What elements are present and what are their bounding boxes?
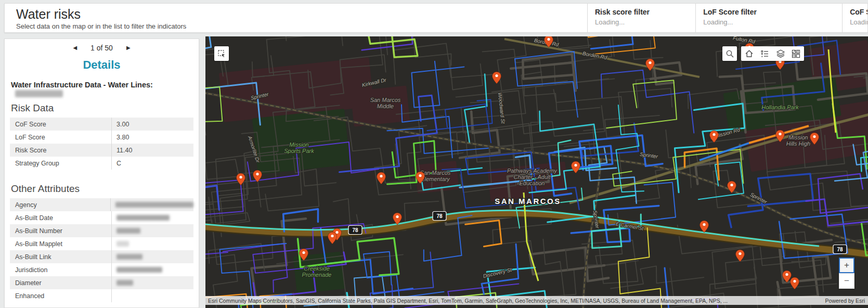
- feature-title-label: Water Infrastructure Data - Water Lines:: [11, 81, 153, 89]
- map-search-button[interactable]: [722, 46, 737, 61]
- cof-score-filter-widget[interactable]: CoF Score filter Loading...: [842, 4, 867, 32]
- table-row: As-Built Date: [10, 211, 193, 224]
- row-label: As-Built Date: [10, 211, 111, 224]
- row-value: [111, 224, 193, 237]
- row-value: [111, 263, 193, 276]
- table-row: Diameter: [10, 276, 193, 289]
- row-value: [110, 198, 193, 211]
- highway-78-shield: 78: [348, 226, 362, 235]
- filter-label: Risk score filter: [595, 8, 695, 16]
- map-attribution-bar: Esri Community Maps Contributors, SanGIS…: [205, 296, 868, 305]
- table-row: Enhanced: [10, 289, 193, 302]
- table-row: As-Built Link: [10, 250, 193, 263]
- risk-data-heading: Risk Data: [10, 102, 193, 114]
- row-value: 3.80: [111, 131, 193, 144]
- row-label: Jurisdiction: [10, 263, 111, 276]
- home-button[interactable]: [741, 46, 757, 61]
- table-row: CoF Score 3.00: [10, 118, 193, 131]
- row-label: LoF Score: [10, 131, 111, 144]
- row-value: [111, 289, 193, 302]
- select-by-rectangle-button[interactable]: [214, 46, 229, 61]
- table-row: As-Built Mapplet: [10, 237, 193, 250]
- table-row: Agency: [10, 198, 193, 211]
- risk-score-filter-widget[interactable]: Risk score filter Loading...: [587, 4, 695, 32]
- pagination: ◀ 1 of 50 ▶: [10, 44, 193, 52]
- map-label: CreeksidePromenade: [302, 265, 332, 278]
- layers-button[interactable]: [773, 46, 788, 61]
- lof-score-filter-widget[interactable]: LoF Score filter Loading...: [695, 4, 842, 32]
- other-attributes-heading: Other Attributes: [10, 183, 193, 195]
- row-value: [111, 250, 193, 263]
- pagination-next-button[interactable]: ▶: [126, 45, 131, 50]
- map-canvas[interactable]: SprinterSprinterSprinterSprinterE Missio…: [205, 36, 868, 308]
- map-label: SAN MARCOS: [495, 197, 561, 206]
- table-row: Jurisdiction: [10, 263, 193, 276]
- map-widget[interactable]: SprinterSprinterSprinterSprinterE Missio…: [205, 36, 868, 308]
- page-subtitle: Select data on the map or in the list to…: [16, 22, 587, 30]
- legend-list-icon: [760, 49, 769, 58]
- redacted-value: [116, 267, 162, 273]
- row-value: [111, 276, 193, 289]
- filter-loading-status: Loading...: [850, 18, 867, 26]
- legend-button[interactable]: [757, 46, 772, 61]
- row-label: As-Built Number: [10, 224, 111, 237]
- row-label: Agency: [10, 198, 110, 211]
- table-row: As-Built Number: [10, 224, 193, 237]
- search-icon: [726, 49, 734, 58]
- map-toolbar: [741, 46, 804, 61]
- filter-label: CoF Score filter: [850, 8, 867, 16]
- redacted-value: [116, 241, 129, 247]
- select-rectangle-icon: [217, 49, 226, 58]
- redacted-value: [115, 202, 193, 208]
- powered-by-esri: Powered by Esri: [818, 298, 868, 304]
- filter-loading-status: Loading...: [595, 18, 695, 26]
- filter-label: LoF Score filter: [703, 8, 842, 16]
- risk-data-table: CoF Score 3.00 LoF Score 3.80 Risk Score…: [10, 118, 193, 170]
- row-value: C: [111, 157, 193, 170]
- row-label: As-Built Mapplet: [10, 237, 111, 250]
- filter-loading-status: Loading...: [703, 18, 842, 26]
- details-heading: Details: [10, 58, 193, 72]
- basemap-gallery-button[interactable]: [788, 46, 804, 61]
- zoom-in-button[interactable]: +: [839, 258, 854, 273]
- redacted-value: [116, 254, 142, 260]
- attribution-text: Esri Community Maps Contributors, SanGIS…: [205, 298, 818, 304]
- feature-title: Water Infrastructure Data - Water Lines:: [10, 81, 193, 97]
- row-value: 3.00: [111, 118, 193, 131]
- layers-icon: [776, 49, 785, 58]
- page-title: Water risks: [16, 7, 587, 22]
- row-value: [111, 211, 193, 224]
- pagination-prev-button[interactable]: ◀: [73, 45, 77, 50]
- svg-text:78: 78: [352, 227, 358, 233]
- row-label: As-Built Link: [10, 250, 111, 263]
- details-panel: ◀ 1 of 50 ▶ Details Water Infrastructure…: [4, 38, 199, 308]
- home-icon: [745, 49, 754, 58]
- header-titles: Water risks Select data on the map or in…: [5, 4, 587, 32]
- table-row: Strategy Group C: [10, 157, 193, 170]
- svg-text:78: 78: [837, 247, 843, 252]
- map-label: MissionHills High: [786, 134, 810, 147]
- row-label: CoF Score: [10, 118, 111, 131]
- table-row: Risk Score 11.40: [10, 144, 193, 157]
- redacted-value: [116, 280, 133, 286]
- row-label: Risk Score: [10, 144, 111, 157]
- row-label: Enhanced: [10, 289, 111, 302]
- other-attributes-table: Agency As-Built Date As-Built Number As-…: [10, 198, 193, 302]
- redacted-feature-id: [15, 90, 63, 97]
- pagination-label: 1 of 50: [90, 44, 113, 52]
- row-value: [111, 237, 193, 250]
- app-header: Water risks Select data on the map or in…: [4, 3, 868, 33]
- zoom-out-button[interactable]: −: [839, 273, 854, 289]
- svg-text:78: 78: [436, 213, 443, 219]
- redacted-value: [116, 215, 170, 221]
- zoom-controls: + −: [839, 258, 854, 289]
- basemap-grid-icon: [792, 49, 800, 58]
- row-value: 11.40: [111, 144, 193, 157]
- table-row: LoF Score 3.80: [10, 131, 193, 144]
- redacted-value: [116, 228, 140, 234]
- map-label: Hollandia Park: [761, 104, 799, 110]
- highway-78-shield: 78: [833, 245, 847, 254]
- highway-78-shield: 78: [433, 212, 446, 221]
- row-label: Strategy Group: [10, 157, 111, 170]
- row-label: Diameter: [10, 276, 111, 289]
